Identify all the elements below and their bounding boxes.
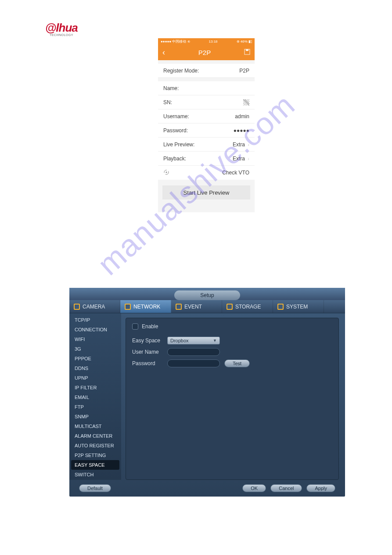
nav-system-label: SYSTEM	[286, 304, 308, 310]
chevron-right-icon: ›	[248, 156, 249, 161]
easy-space-value: Dropbox	[170, 338, 189, 343]
event-icon	[176, 304, 182, 310]
main-panel: Enable Easy Space Dropbox ▼ User Name Pa…	[126, 318, 339, 480]
sidebar-item-pppoe[interactable]: PPPOE	[69, 354, 121, 363]
sidebar-item-wifi[interactable]: WIFI	[69, 334, 121, 344]
qr-icon[interactable]	[243, 99, 249, 105]
password-web-input[interactable]	[167, 359, 220, 367]
phone-statusbar: ●●●●● 中国移动 ⊕ 13:18 ⊕ 46% ▮▯	[158, 38, 255, 44]
sidebar-item-ddns[interactable]: DDNS	[69, 363, 121, 373]
chevron-right-icon: ›	[248, 142, 249, 147]
register-mode-label: Register Mode:	[163, 68, 199, 74]
brand-logo-sub: TECHNOLOGY	[50, 33, 73, 36]
user-name-input[interactable]	[167, 348, 220, 356]
enable-checkbox[interactable]	[132, 323, 138, 330]
sidebar-item-email[interactable]: EMAIL	[69, 392, 121, 402]
ok-button[interactable]: OK	[242, 484, 266, 492]
footer-buttons: Default OK Cancel Apply	[69, 480, 345, 497]
phone-title: P2P	[198, 49, 211, 56]
password-label: Password:	[163, 127, 188, 134]
phone-screenshot: ●●●●● 中国移动 ⊕ 13:18 ⊕ 46% ▮▯ ‹ P2P Regist…	[158, 38, 255, 212]
register-mode-value: P2P	[239, 68, 249, 74]
tab-setup[interactable]: Setup	[174, 290, 240, 300]
sidebar-item-autoregister[interactable]: AUTO REGISTER	[69, 441, 121, 450]
live-preview-value: Extra	[233, 141, 245, 148]
camera-icon	[74, 304, 80, 310]
test-button[interactable]: Test	[224, 359, 250, 367]
nav-network[interactable]: NETWORK	[120, 300, 171, 313]
default-button[interactable]: Default	[79, 484, 111, 492]
apply-button[interactable]: Apply	[306, 484, 335, 492]
enable-label: Enable	[142, 323, 158, 330]
nav-system[interactable]: SYSTEM	[273, 300, 324, 313]
sidebar-item-easyspace[interactable]: EASY SPACE	[71, 460, 119, 470]
brand-logo-main: @lhua	[45, 22, 78, 33]
network-icon	[125, 304, 131, 310]
row-check-vto[interactable]: Check VTO	[158, 166, 255, 180]
username-value: admin	[235, 113, 249, 120]
main-nav: CAMERA NETWORK EVENT STORAGE SYSTEM	[69, 300, 345, 313]
row-register-mode[interactable]: Register Mode: P2P	[158, 64, 255, 78]
sidebar-item-3g[interactable]: 3G	[69, 344, 121, 354]
sidebar-item-connection[interactable]: CONNECTION	[69, 325, 121, 334]
easy-space-label: Easy Space	[132, 337, 163, 344]
nav-event[interactable]: EVENT	[171, 300, 222, 313]
brand-logo: @lhua TECHNOLOGY	[45, 22, 78, 36]
name-label: Name:	[163, 85, 179, 91]
playback-value: Extra	[233, 156, 245, 162]
chevron-down-icon: ▼	[213, 338, 217, 343]
sn-label: SN:	[163, 99, 172, 105]
phone-header: ‹ P2P	[158, 44, 255, 60]
brand-logo-text: lhua	[56, 21, 77, 34]
status-left: ●●●●● 中国移动 ⊕	[161, 39, 190, 44]
sidebar-item-p2psetting[interactable]: P2P SETTING	[69, 450, 121, 460]
storage-icon	[227, 304, 233, 310]
user-name-label: User Name	[132, 349, 163, 355]
sidebar-item-multicast[interactable]: MULTICAST	[69, 421, 121, 431]
row-name[interactable]: Name:	[158, 81, 255, 95]
save-icon[interactable]	[244, 49, 250, 56]
cancel-button[interactable]: Cancel	[270, 484, 302, 492]
row-playback[interactable]: Playback: Extra ›	[158, 152, 255, 166]
row-live-preview[interactable]: Live Preview: Extra ›	[158, 138, 255, 152]
nav-event-label: EVENT	[184, 304, 202, 310]
live-preview-label: Live Preview:	[163, 141, 194, 148]
svg-point-3	[166, 171, 167, 173]
username-label: Username:	[163, 113, 189, 120]
sidebar-item-snmp[interactable]: SNMP	[69, 412, 121, 421]
nav-camera-label: CAMERA	[83, 304, 105, 310]
sidebar-item-upnp[interactable]: UPNP	[69, 373, 121, 383]
svg-rect-1	[246, 49, 248, 51]
row-sn[interactable]: SN:	[158, 95, 255, 109]
status-time: 13:18	[209, 40, 218, 44]
sync-icon	[163, 169, 169, 177]
playback-label: Playback:	[163, 156, 186, 162]
nav-network-label: NETWORK	[133, 304, 160, 310]
password-value: ●●●●●	[234, 127, 249, 134]
row-password[interactable]: Password: ●●●●●	[158, 123, 255, 138]
back-icon[interactable]: ‹	[162, 48, 165, 57]
nav-storage-label: STORAGE	[235, 304, 261, 310]
row-username[interactable]: Username: admin	[158, 109, 255, 123]
sidebar-item-ipfilter[interactable]: IP FILTER	[69, 383, 121, 392]
sidebar-item-tcpip[interactable]: TCP/IP	[69, 315, 121, 325]
nav-storage[interactable]: STORAGE	[222, 300, 273, 313]
password-web-label: Password	[132, 360, 163, 366]
sidebar-item-ftp[interactable]: FTP	[69, 402, 121, 412]
check-vto-value: Check VTO	[222, 170, 249, 176]
sidebar-item-alarmcenter[interactable]: ALARM CENTER	[69, 431, 121, 441]
nav-camera[interactable]: CAMERA	[69, 300, 120, 313]
sidebar: TCP/IP CONNECTION WIFI 3G PPPOE DDNS UPN…	[69, 313, 121, 480]
sidebar-item-switch[interactable]: SWITCH	[69, 470, 121, 479]
system-icon	[277, 304, 284, 310]
easy-space-dropdown[interactable]: Dropbox ▼	[167, 337, 220, 345]
status-right: ⊕ 46% ▮▯	[237, 40, 252, 44]
web-topbar: Setup	[69, 288, 345, 300]
brand-logo-at: @	[45, 21, 56, 34]
web-ui-screenshot: Setup CAMERA NETWORK EVENT STORAGE SYSTE…	[69, 288, 345, 497]
start-live-preview-button[interactable]: Start Live Preview	[162, 185, 250, 200]
